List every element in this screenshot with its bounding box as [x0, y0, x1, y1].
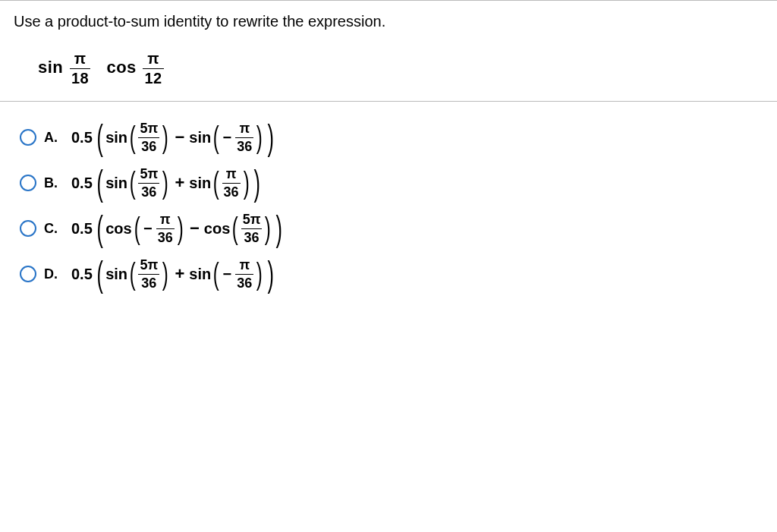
frac-pi-18: π 18 [70, 50, 90, 87]
option-expr-a: 0.5 ( sin ( 5π 36 ) − sin ( − π 36 [71, 120, 276, 155]
option-label-a: A. [44, 130, 64, 146]
option-b[interactable]: B. 0.5 ( sin ( 5π 36 ) + sin ( π 36 [20, 165, 777, 200]
option-d[interactable]: D. 0.5 ( sin ( 5π 36 ) + sin ( − π [20, 257, 777, 291]
fn-cos: cos [106, 58, 136, 77]
radio-d[interactable] [20, 266, 36, 282]
options-list: A. 0.5 ( sin ( 5π 36 ) − sin ( − π [0, 102, 777, 291]
option-label-c: C. [44, 221, 64, 237]
option-a[interactable]: A. 0.5 ( sin ( 5π 36 ) − sin ( − π [20, 120, 777, 155]
option-expr-b: 0.5 ( sin ( 5π 36 ) + sin ( π 36 ) [71, 165, 263, 200]
option-expr-c: 0.5 ( cos ( − π 36 ) − cos ( 5π 36 [71, 211, 285, 246]
option-expr-d: 0.5 ( sin ( 5π 36 ) + sin ( − π 36 [71, 257, 276, 291]
fn-sin: sin [38, 58, 63, 77]
option-label-b: B. [44, 175, 64, 191]
question-container: Use a product-to-sum identity to rewrite… [0, 0, 777, 291]
question-prompt: Use a product-to-sum identity to rewrite… [0, 1, 777, 41]
radio-a[interactable] [20, 129, 36, 146]
radio-b[interactable] [20, 175, 36, 191]
option-c[interactable]: C. 0.5 ( cos ( − π 36 ) − cos ( 5π [20, 211, 777, 246]
option-label-d: D. [44, 266, 64, 282]
radio-c[interactable] [20, 220, 36, 237]
frac-pi-12: π 12 [143, 50, 163, 87]
question-expression: sin π 18 cos π 12 [0, 41, 777, 101]
